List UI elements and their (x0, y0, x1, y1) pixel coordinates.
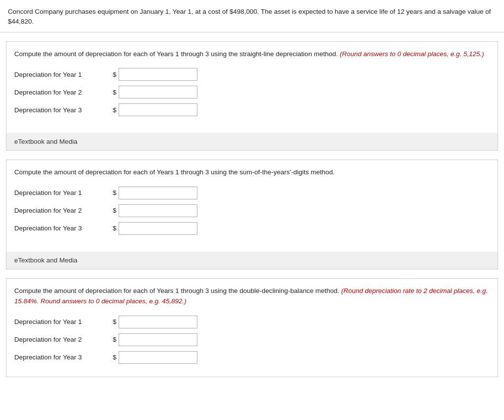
depreciation-input-sum-of-years-year-2[interactable] (119, 204, 197, 217)
dollar-sign-straight-line-3: $ (113, 106, 117, 114)
dollar-sign-double-declining-3: $ (113, 354, 117, 361)
dollar-sign-double-declining-1: $ (113, 318, 117, 325)
fields-area-straight-line: Depreciation for Year 1$Depreciation for… (6, 64, 498, 129)
depreciation-input-straight-line-year-1[interactable] (119, 68, 197, 81)
section-instruction-straight-line: Compute the amount of depreciation for e… (6, 42, 498, 65)
etextbook-bar-sum-of-years[interactable]: eTextbook and Media (6, 252, 498, 269)
field-row-sum-of-years-1: Depreciation for Year 1$ (14, 187, 490, 199)
section-instruction-double-declining: Compute the amount of depreciation for e… (6, 279, 498, 312)
field-label-double-declining-2: Depreciation for Year 2 (14, 336, 113, 343)
dollar-sign-straight-line-1: $ (113, 71, 117, 78)
field-row-straight-line-1: Depreciation for Year 1$ (14, 68, 490, 81)
field-label-straight-line-3: Depreciation for Year 3 (14, 106, 113, 114)
section-sum-of-years: Compute the amount of depreciation for e… (6, 160, 498, 269)
field-row-double-declining-2: Depreciation for Year 2$ (14, 333, 490, 346)
field-label-sum-of-years-1: Depreciation for Year 1 (14, 189, 113, 196)
depreciation-input-straight-line-year-2[interactable] (119, 86, 197, 98)
field-label-straight-line-2: Depreciation for Year 2 (14, 89, 113, 96)
field-label-sum-of-years-2: Depreciation for Year 2 (14, 207, 113, 214)
etextbook-bar-straight-line[interactable]: eTextbook and Media (6, 133, 498, 150)
dollar-sign-straight-line-2: $ (113, 89, 117, 96)
depreciation-input-double-declining-year-2[interactable] (119, 333, 197, 346)
field-row-straight-line-3: Depreciation for Year 3$ (14, 103, 490, 116)
fields-area-double-declining: Depreciation for Year 1$Depreciation for… (6, 312, 498, 377)
depreciation-input-double-declining-year-3[interactable] (119, 351, 197, 364)
fields-area-sum-of-years: Depreciation for Year 1$Depreciation for… (6, 183, 498, 248)
section-instruction-sum-of-years: Compute the amount of depreciation for e… (6, 160, 498, 183)
field-row-double-declining-3: Depreciation for Year 3$ (14, 351, 490, 364)
field-label-double-declining-1: Depreciation for Year 1 (14, 318, 113, 325)
dollar-sign-sum-of-years-1: $ (113, 189, 117, 196)
field-row-straight-line-2: Depreciation for Year 2$ (14, 86, 490, 98)
field-label-straight-line-1: Depreciation for Year 1 (14, 71, 113, 78)
depreciation-input-straight-line-year-3[interactable] (119, 103, 197, 116)
depreciation-input-sum-of-years-year-1[interactable] (119, 187, 197, 199)
field-label-double-declining-3: Depreciation for Year 3 (14, 354, 113, 361)
field-row-double-declining-1: Depreciation for Year 1$ (14, 316, 490, 328)
problem-statement: Concord Company purchases equipment on J… (0, 0, 504, 32)
dollar-sign-double-declining-2: $ (113, 336, 117, 343)
section-double-declining: Compute the amount of depreciation for e… (6, 278, 498, 377)
instruction-plain-straight-line: Compute the amount of depreciation for e… (14, 50, 340, 58)
field-row-sum-of-years-2: Depreciation for Year 2$ (14, 204, 490, 217)
dollar-sign-sum-of-years-2: $ (113, 207, 117, 214)
dollar-sign-sum-of-years-3: $ (113, 225, 117, 232)
depreciation-input-sum-of-years-year-3[interactable] (119, 222, 197, 235)
depreciation-input-double-declining-year-1[interactable] (119, 316, 197, 328)
instruction-plain-sum-of-years: Compute the amount of depreciation for e… (14, 168, 335, 176)
field-row-sum-of-years-3: Depreciation for Year 3$ (14, 222, 490, 235)
field-label-sum-of-years-3: Depreciation for Year 3 (14, 225, 113, 232)
instruction-plain-double-declining: Compute the amount of depreciation for e… (14, 287, 341, 294)
instruction-italic-straight-line: (Round answers to 0 decimal places, e.g.… (340, 50, 484, 58)
section-straight-line: Compute the amount of depreciation for e… (6, 41, 498, 151)
